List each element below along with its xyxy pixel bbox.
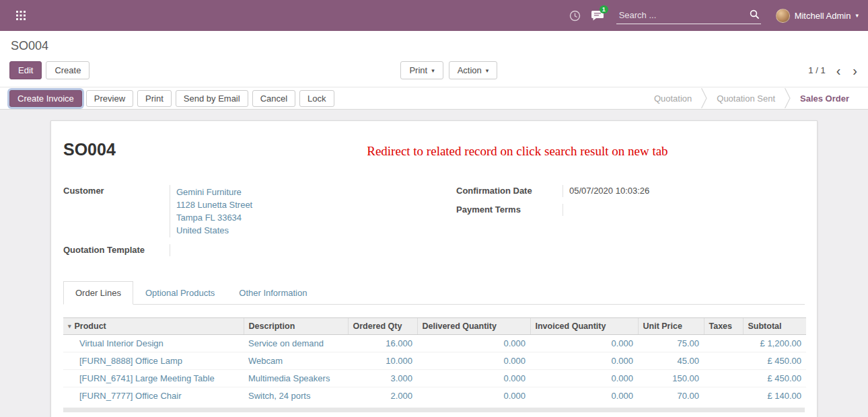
control-panel: SO004 Edit Create Print ▾ Action ▾ 1 / 1… — [0, 31, 868, 87]
sale-order-sheet: SO004 Redirect to related record on clic… — [50, 120, 818, 417]
search-input[interactable] — [616, 7, 761, 24]
sort-caret-icon: ▾ — [68, 323, 71, 330]
apps-menu-button[interactable] — [9, 0, 32, 31]
statusbar: Create Invoice Preview Print Send by Ema… — [0, 87, 868, 110]
cell-taxes — [704, 370, 743, 387]
create-button[interactable]: Create — [46, 61, 89, 79]
cell-unit-price: 75.00 — [638, 335, 704, 352]
arrow-separator-icon — [701, 88, 707, 108]
cell-ordered-qty: 2.000 — [348, 387, 417, 405]
cell-invoiced-qty: 0.000 — [530, 335, 638, 352]
table-row[interactable]: [FURN_7777] Office Chair Switch, 24 port… — [63, 387, 806, 405]
cell-ordered-qty: 10.000 — [348, 352, 417, 370]
payment-terms-label: Payment Terms — [456, 204, 563, 216]
navbar-search — [616, 7, 761, 24]
cell-invoiced-qty: 0.000 — [530, 387, 638, 405]
table-footer-strip — [63, 408, 805, 412]
cell-product[interactable]: [FURN_6741] Large Meeting Table — [63, 370, 244, 387]
edit-button[interactable]: Edit — [9, 61, 42, 79]
dropdown-buttons: Print ▾ Action ▾ — [400, 61, 497, 79]
send-by-email-button[interactable]: Send by Email — [176, 90, 248, 107]
action-dropdown-button[interactable]: Action ▾ — [449, 61, 498, 79]
status-pipeline: Quotation Quotation Sent Sales Order — [645, 91, 859, 106]
customer-label: Customer — [63, 185, 170, 237]
sheet-header: SO004 Redirect to related record on clic… — [63, 140, 805, 159]
chevron-down-icon: ▾ — [431, 67, 435, 74]
record-action-buttons: Edit Create — [9, 61, 89, 79]
customer-street: 1128 Lunetta Street — [176, 198, 412, 211]
print-dropdown-button[interactable]: Print ▾ — [400, 61, 443, 79]
messages-menu-button[interactable]: 1 — [587, 0, 610, 31]
customer-city: Tampa FL 33634 — [176, 211, 412, 224]
confirmation-date-value: 05/07/2020 10:03:26 — [563, 185, 805, 197]
pager-value: 1 / 1 — [808, 65, 825, 75]
cell-ordered-qty: 16.000 — [348, 335, 417, 352]
cell-subtotal: £ 140.00 — [743, 387, 806, 405]
cell-description[interactable]: Service on demand — [244, 335, 348, 352]
order-lines-table: ▾Product Description Ordered Qty Deliver… — [63, 317, 806, 404]
preview-button[interactable]: Preview — [86, 90, 133, 107]
cell-delivered-qty: 0.000 — [417, 387, 530, 405]
pager-previous-button[interactable]: ‹ — [835, 64, 842, 77]
cell-description[interactable]: Multimedia Speakers — [244, 370, 348, 387]
right-field-group: Confirmation Date 05/07/2020 10:03:26 Pa… — [456, 185, 805, 256]
breadcrumb: SO004 — [11, 39, 859, 53]
table-row[interactable]: [FURN_8888] Office Lamp Webcam 10.000 0.… — [63, 352, 806, 370]
top-navbar: 1 Mitchell Admin ▾ — [0, 0, 868, 31]
table-row[interactable]: Virtual Interior Design Service on deman… — [63, 335, 806, 352]
column-header-taxes[interactable]: Taxes — [704, 318, 743, 335]
tab-order-lines[interactable]: Order Lines — [63, 281, 133, 305]
create-invoice-button[interactable]: Create Invoice — [9, 90, 82, 107]
customer-value: Gemini Furniture 1128 Lunetta Street Tam… — [170, 185, 412, 237]
cell-delivered-qty: 0.000 — [417, 370, 530, 387]
cell-unit-price: 70.00 — [638, 387, 704, 405]
cell-taxes — [704, 335, 743, 352]
column-header-description[interactable]: Description — [244, 318, 348, 335]
customer-country: United States — [176, 224, 412, 237]
column-header-product[interactable]: ▾Product — [63, 318, 244, 335]
page-title: SO004 — [63, 140, 116, 159]
column-header-ordered-qty[interactable]: Ordered Qty — [348, 318, 417, 335]
cell-delivered-qty: 0.000 — [417, 352, 530, 370]
quotation-template-label: Quotation Template — [63, 244, 170, 256]
cell-taxes — [704, 352, 743, 370]
user-menu-button[interactable]: Mitchell Admin ▾ — [776, 0, 859, 31]
lock-button[interactable]: Lock — [299, 90, 334, 107]
tab-other-information[interactable]: Other Information — [227, 281, 319, 305]
search-icon[interactable] — [750, 9, 760, 22]
user-avatar — [776, 9, 790, 23]
cell-unit-price: 150.00 — [638, 370, 704, 387]
messages-count-badge: 1 — [600, 5, 608, 13]
column-header-invoiced-qty[interactable]: Invoiced Quantity — [530, 318, 638, 335]
column-header-product-label: Product — [75, 321, 106, 331]
activities-menu-button[interactable] — [564, 0, 587, 31]
customer-name-link[interactable]: Gemini Furniture — [176, 186, 412, 198]
pager: 1 / 1 ‹ › — [808, 64, 859, 77]
cell-product[interactable]: Virtual Interior Design — [63, 335, 244, 352]
column-header-delivered-qty[interactable]: Delivered Quantity — [417, 318, 530, 335]
cell-delivered-qty: 0.000 — [417, 335, 530, 352]
tab-optional-products[interactable]: Optional Products — [133, 281, 227, 305]
field-groups: Customer Gemini Furniture 1128 Lunetta S… — [63, 185, 805, 256]
state-quotation-sent[interactable]: Quotation Sent — [707, 93, 785, 104]
chevron-down-icon: ▾ — [486, 67, 489, 74]
cell-invoiced-qty: 0.000 — [530, 352, 638, 370]
state-quotation[interactable]: Quotation — [645, 93, 701, 104]
cell-unit-price: 45.00 — [638, 352, 704, 370]
apps-grid-icon — [16, 11, 26, 20]
state-sales-order[interactable]: Sales Order — [791, 93, 859, 104]
arrow-separator-icon — [785, 88, 791, 108]
pager-next-button[interactable]: › — [851, 64, 859, 77]
column-header-unit-price[interactable]: Unit Price — [638, 318, 704, 335]
cell-subtotal: £ 450.00 — [743, 352, 806, 370]
payment-terms-value — [563, 204, 805, 216]
print-button[interactable]: Print — [137, 90, 172, 107]
cell-product[interactable]: [FURN_8888] Office Lamp — [63, 352, 244, 370]
clock-icon — [569, 10, 581, 22]
cancel-button[interactable]: Cancel — [252, 90, 295, 107]
cell-product[interactable]: [FURN_7777] Office Chair — [63, 387, 244, 405]
table-row[interactable]: [FURN_6741] Large Meeting Table Multimed… — [63, 370, 806, 387]
cell-description[interactable]: Switch, 24 ports — [244, 387, 348, 405]
column-header-subtotal[interactable]: Subtotal — [743, 318, 806, 335]
cell-description[interactable]: Webcam — [244, 352, 348, 370]
